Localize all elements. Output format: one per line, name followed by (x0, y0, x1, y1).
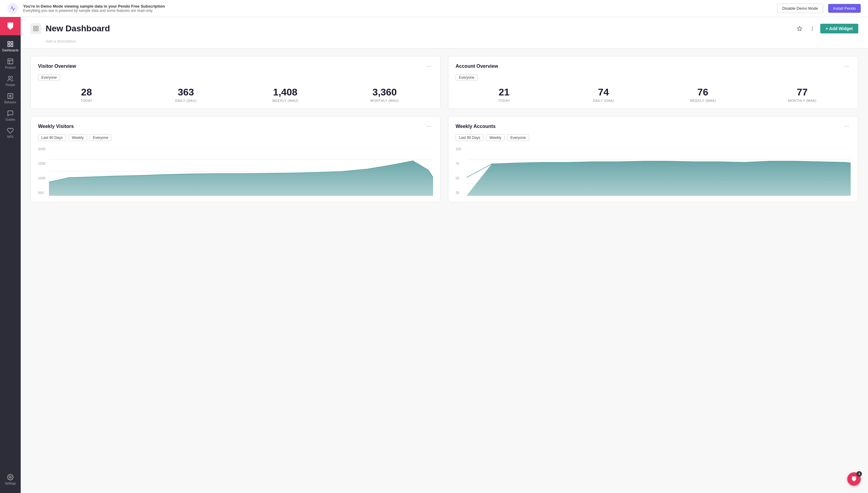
stat-mau-label: MONTHLY (MAU) (336, 99, 433, 103)
sidebar-item-product-label: Product (5, 66, 16, 69)
tag-weekly-visitors: Weekly (68, 134, 87, 141)
stat-acc-today: 21 TODAY (456, 87, 553, 103)
chart-svg-visitors (49, 147, 433, 196)
sidebar-item-settings[interactable]: Settings (0, 471, 21, 488)
visitor-overview-tags: Everyone (38, 74, 433, 81)
y-label-75: 75 (456, 162, 461, 165)
tag-everyone-account: Everyone (456, 74, 478, 81)
stat-wau-label: WEEKLY (WAU) (237, 99, 334, 103)
notification-badge[interactable]: 4 (847, 472, 861, 486)
svg-rect-3 (8, 45, 10, 46)
tag-everyone-accounts: Everyone (507, 134, 529, 141)
weekly-accounts-chart: 100 75 50 25 (456, 147, 851, 196)
weekly-accounts-header: Weekly Accounts ··· (456, 123, 851, 130)
account-overview-tags: Everyone (456, 74, 851, 81)
svg-rect-4 (11, 45, 13, 46)
disable-demo-button[interactable]: Disable Demo Mode (777, 4, 823, 13)
stat-maa-value: 77 (753, 87, 851, 98)
account-overview-title: Account Overview (456, 64, 498, 69)
weekly-visitors-header: Weekly Visitors ··· (38, 123, 433, 130)
tag-weekly-accounts: Weekly (486, 134, 504, 141)
demo-banner-text: You're in Demo Mode viewing sample data … (23, 4, 772, 13)
account-overview-stats: 21 TODAY 74 DAILY (DAA) 76 WEEKLY (WAA) … (456, 87, 851, 103)
weekly-accounts-widget: Weekly Accounts ··· Last 90 Days Weekly … (448, 116, 858, 202)
weekly-visitors-widget: Weekly Visitors ··· Last 90 Days Weekly … (30, 116, 441, 202)
stat-maa: 77 MONTHLY (MAA) (753, 87, 851, 103)
svg-point-17 (812, 28, 813, 29)
svg-marker-0 (7, 22, 13, 29)
visitor-overview-header: Visitor Overview ··· (38, 62, 433, 70)
widgets-grid: Visitor Overview ··· Everyone 28 TODAY 3… (21, 49, 868, 209)
stat-acc-today-value: 21 (456, 87, 553, 98)
dashboard-title-row: New Dashboard + Add Widget (30, 23, 858, 34)
main-content: New Dashboard + Add Widget Add a (21, 17, 868, 493)
sidebar-item-dashboards[interactable]: Dashboards (0, 38, 21, 55)
sidebar-item-dashboards-label: Dashboards (2, 49, 19, 52)
sidebar-item-product[interactable]: Product (0, 55, 21, 72)
visitor-overview-widget: Visitor Overview ··· Everyone 28 TODAY 3… (30, 56, 441, 109)
account-overview-menu-button[interactable]: ··· (843, 62, 851, 70)
svg-rect-13 (34, 29, 36, 31)
stat-wau: 1,408 WEEKLY (WAU) (237, 87, 334, 103)
svg-marker-29 (852, 477, 856, 482)
dashboard-actions: + Add Widget (795, 24, 858, 34)
sidebar-item-nps[interactable]: NPS (0, 124, 21, 142)
stat-today-label: TODAY (38, 99, 135, 103)
dashboard-title: New Dashboard (46, 24, 110, 34)
svg-rect-1 (8, 42, 10, 43)
stat-wau-value: 1,408 (237, 87, 334, 98)
demo-mode-icon (7, 3, 18, 14)
sidebar-item-guides[interactable]: Guides (0, 107, 21, 124)
dashboard-icon (30, 23, 41, 34)
y-label-2000: 2000 (38, 147, 45, 151)
svg-point-18 (812, 30, 813, 31)
visitor-overview-menu-button[interactable]: ··· (425, 62, 433, 70)
dashboard-description[interactable]: Add a description (46, 37, 858, 48)
add-widget-button[interactable]: + Add Widget (820, 24, 858, 34)
stat-today: 28 TODAY (38, 87, 135, 103)
tag-everyone: Everyone (38, 74, 60, 81)
stat-waa: 76 WEEKLY (WAA) (655, 87, 751, 103)
favorite-button[interactable] (795, 24, 804, 34)
weekly-visitors-menu-button[interactable]: ··· (425, 123, 433, 130)
weekly-accounts-menu-button[interactable]: ··· (843, 123, 851, 130)
svg-marker-15 (797, 26, 802, 31)
stat-waa-label: WEEKLY (WAA) (655, 99, 751, 103)
stat-today-value: 28 (38, 87, 135, 98)
chart-svg-accounts (467, 147, 851, 196)
weekly-accounts-title: Weekly Accounts (456, 124, 496, 129)
svg-point-10 (9, 476, 11, 478)
stat-dau-value: 363 (138, 87, 234, 98)
demo-banner-subtitle: Everything you see is powered by sample … (23, 8, 772, 13)
sidebar-item-behavior[interactable]: Behavior (0, 90, 21, 107)
weekly-visitors-chart: 2000 1500 1000 500 (38, 147, 433, 196)
tag-last90-visitors: Last 90 Days (38, 134, 66, 141)
svg-rect-12 (37, 26, 38, 28)
svg-rect-2 (11, 42, 13, 43)
sidebar-item-people-label: People (5, 83, 15, 87)
sidebar-item-behavior-label: Behavior (4, 101, 16, 104)
stat-maa-label: MONTHLY (MAA) (753, 99, 851, 103)
tag-last90-accounts: Last 90 Days (456, 134, 483, 141)
weekly-visitors-tags: Last 90 Days Weekly Everyone (38, 134, 433, 141)
more-options-button[interactable] (807, 24, 817, 34)
sidebar-item-people[interactable]: People (0, 72, 21, 90)
svg-rect-5 (8, 59, 13, 64)
install-pendo-button[interactable]: Install Pendo (828, 4, 861, 13)
stat-mau-value: 3,360 (336, 87, 433, 98)
stat-dau: 363 DAILY (DAU) (138, 87, 234, 103)
svg-point-8 (8, 76, 11, 79)
chart-y-labels-accounts: 100 75 50 25 (456, 147, 461, 196)
notification-count: 4 (856, 471, 862, 477)
app-logo[interactable] (0, 17, 21, 35)
svg-rect-14 (37, 29, 38, 31)
svg-marker-23 (49, 161, 433, 196)
stat-mau: 3,360 MONTHLY (MAU) (336, 87, 433, 103)
stat-acc-today-label: TODAY (456, 99, 553, 103)
weekly-visitors-title: Weekly Visitors (38, 124, 74, 129)
demo-banner-title: You're in Demo Mode viewing sample data … (23, 4, 772, 8)
dashboard-header: New Dashboard + Add Widget Add a (21, 17, 868, 49)
y-label-25: 25 (456, 191, 461, 195)
tag-everyone-visitors: Everyone (89, 134, 111, 141)
demo-banner: You're in Demo Mode viewing sample data … (0, 0, 868, 17)
